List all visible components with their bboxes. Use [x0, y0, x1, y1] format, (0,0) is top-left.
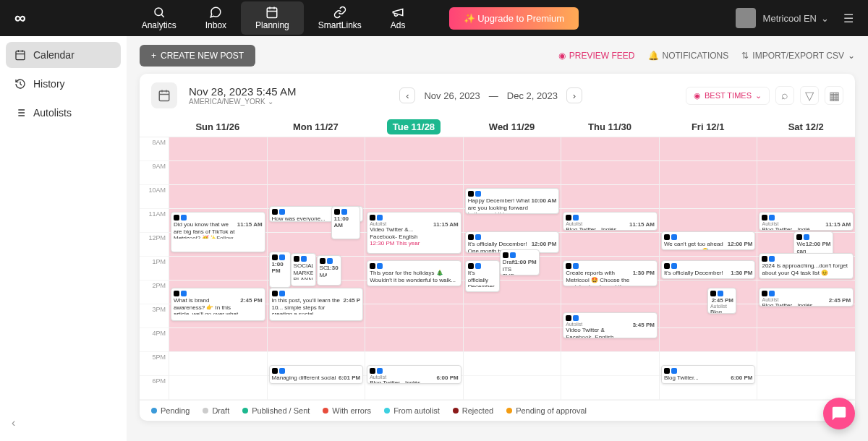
search-icon[interactable]: ⌕ [775, 86, 794, 105]
date-range-start: Nov 26, 2023 [424, 90, 480, 101]
next-week-button[interactable]: › [566, 87, 582, 103]
day-header: Sun 11/26 [169, 117, 267, 137]
plus-icon: + [151, 51, 156, 61]
time-label: 1PM [140, 257, 169, 281]
calendar-event[interactable]: 1:30 PMCreate reports with Metricool 🤩 C… [563, 260, 658, 286]
svg-rect-1 [268, 8, 278, 18]
time-label: 12PM [140, 233, 169, 257]
filter-icon[interactable]: ▽ [800, 86, 819, 105]
day-column[interactable]: 10:00 AMHappy December! What are you loo… [463, 137, 561, 400]
time-label: 5PM [140, 352, 169, 376]
calendar-view-icon[interactable]: ▦ [825, 86, 843, 105]
nav-inbox[interactable]: Inbox [191, 1, 241, 35]
svg-rect-3 [159, 91, 169, 101]
brand-selector[interactable]: Metricool EN⌄ [763, 13, 829, 24]
instagram-icon: ◉ [558, 51, 566, 61]
legend-item: Pending of approval [506, 406, 587, 415]
time-label: 8AM [140, 137, 169, 161]
time-label: 10AM [140, 185, 169, 209]
day-header: Tue 11/28 [365, 117, 463, 137]
preview-feed-button[interactable]: ◉PREVIEW FEED [558, 51, 635, 61]
calendar-event[interactable]: 11:15 AMAutolistBlog Twitter - Inglé... [759, 212, 854, 231]
time-label: 3PM [140, 304, 169, 328]
legend-item: From autolist [384, 406, 440, 415]
chevron-down-icon: ⌄ [848, 51, 855, 61]
nav-analytics[interactable]: Analytics [127, 1, 191, 35]
day-header: Sat 12/2 [757, 117, 855, 137]
legend-item: Rejected [453, 406, 493, 415]
day-header: Thu 11/30 [561, 117, 659, 137]
chevron-down-icon: ⌄ [268, 98, 273, 106]
day-column[interactable]: 11:15 AMDid you know that we are big fan… [169, 137, 267, 400]
calendar-event[interactable]: It's officially December... go in Q4 Met… [465, 260, 500, 292]
calendar-event[interactable]: 6:00 PMAutolistBlog Twitter - Inglés [367, 365, 461, 384]
sort-icon: ⇅ [741, 51, 749, 61]
prev-week-button[interactable]: ‹ [399, 87, 415, 103]
calendar-event[interactable]: SOCIAL MARKET PLANNE... [291, 253, 316, 286]
best-times-button[interactable]: ◉BEST TIMES⌄ [686, 87, 770, 105]
calendar-event[interactable]: 1:30SOCIA MARKE... [317, 255, 341, 286]
calendar-event[interactable]: This year for the holidays 🎄 Wouldn't it… [367, 260, 461, 286]
legend-item: Draft [203, 406, 229, 415]
svg-rect-2 [16, 51, 25, 60]
calendar-event[interactable]: 10:00 AMHappy December! What are you loo… [465, 188, 560, 214]
notifications-button[interactable]: 🔔NOTIFICATIONS [648, 51, 729, 61]
calendar-event[interactable]: 2:45 PMAutolistBlog Twitter - Inglés [707, 288, 736, 314]
sidebar: Calendar History Autolists ‹ [0, 36, 127, 441]
nav-planning[interactable]: Planning [241, 1, 304, 35]
instagram-icon: ◉ [694, 91, 701, 100]
calendar-event[interactable]: 2024 is approaching...don't forget about… [759, 253, 854, 279]
day-column[interactable]: 11:15 AMAutolistBlog Twitter - Inglés1:3… [561, 137, 659, 400]
calendar-event[interactable]: 11:15 AMDid you know that we are big fan… [171, 212, 265, 252]
sidebar-item-autolists[interactable]: Autolists [6, 100, 121, 126]
sidebar-item-history[interactable]: History [6, 71, 121, 97]
day-header: Fri 12/1 [659, 117, 757, 137]
day-column[interactable]: 12:00 PMWe can't get too ahead of oursel… [659, 137, 757, 400]
day-header: Mon 11/27 [267, 117, 365, 137]
chat-button[interactable] [823, 398, 855, 429]
time-label: 9AM [140, 161, 169, 185]
calendar-event[interactable]: 11:00 AMInstagram SEO is a process of...… [331, 206, 360, 239]
day-column[interactable]: 11:15 AMAutolistVideo Twitter &... Faceb… [365, 137, 463, 400]
day-column[interactable]: 11:00 AMHow was everyone...11:00 AMInsta… [267, 137, 365, 400]
calendar-icon [151, 82, 177, 108]
calendar-event[interactable]: 2:45 PMWhat is brand awareness? 👉 In thi… [171, 288, 265, 321]
calendar-event[interactable]: 2:45 PMAutolistBlog Twitter - Inglés [759, 288, 854, 307]
calendar-event[interactable]: 1:00 PMSocial media is a great wa... inc… [269, 252, 291, 288]
hamburger-menu-icon[interactable]: ☰ [843, 12, 854, 25]
calendar-event[interactable]: 11:15 AMAutolistBlog Twitter - Inglés [563, 212, 658, 231]
calendar-event[interactable]: 3:45 PMAutolistVideo Twitter & Facebook-… [563, 312, 658, 338]
legend-item: With errors [323, 406, 371, 415]
current-datetime: Nov 28, 2023 5:45 AM [189, 85, 296, 98]
calendar-event[interactable]: 1:00 PMDraft ITS THE MOS... WONDERFUL 🎄 [500, 249, 540, 275]
chevron-down-icon: ⌄ [821, 13, 829, 24]
upgrade-button[interactable]: ✨ Upgrade to Premium [449, 7, 579, 30]
brand-avatar [736, 8, 756, 28]
main-nav: Analytics Inbox Planning SmartLinks Ads [127, 1, 420, 35]
svg-point-0 [155, 8, 163, 16]
nav-ads[interactable]: Ads [376, 1, 420, 35]
sidebar-item-calendar[interactable]: Calendar [6, 42, 121, 68]
sidebar-collapse-icon[interactable]: ‹ [6, 411, 21, 435]
create-post-button[interactable]: +CREATE NEW POST [140, 45, 255, 67]
calendar-event[interactable]: 2:45 PIn this post, you'll learn the 10.… [269, 288, 364, 321]
calendar-event[interactable]: 6:01 PMManaging different social media [269, 365, 364, 384]
calendar-event[interactable]: 6:00 PMBlog Twitter... [661, 365, 756, 384]
bell-icon: 🔔 [648, 51, 659, 61]
logo: ∞ [14, 9, 26, 27]
day-column[interactable]: 11:15 AMAutolistBlog Twitter - Inglé...1… [757, 137, 855, 400]
date-range-end: Dec 2, 2023 [507, 90, 558, 101]
chevron-down-icon: ⌄ [755, 91, 762, 100]
time-label: 2PM [140, 281, 169, 304]
calendar-event[interactable]: 11:15 AMAutolistVideo Twitter &... Faceb… [367, 212, 461, 254]
legend-item: Pending [151, 406, 190, 415]
day-header: Wed 11/29 [463, 117, 561, 137]
time-label: 6PM [140, 376, 169, 400]
time-label: 11AM [140, 209, 169, 233]
calendar-panel: Nov 28, 2023 5:45 AM AMERICA/NEW_YORK⌄ ‹… [140, 74, 855, 421]
import-export-button[interactable]: ⇅IMPORT/EXPORT CSV⌄ [741, 51, 855, 61]
calendar-event[interactable]: 12:00 PMWe can't get too ahead of oursel… [661, 231, 756, 250]
timezone-selector[interactable]: AMERICA/NEW_YORK⌄ [189, 98, 296, 106]
nav-smartlinks[interactable]: SmartLinks [304, 1, 376, 35]
calendar-event[interactable]: 1:30 PMIt's officially December! One mon… [661, 260, 756, 279]
